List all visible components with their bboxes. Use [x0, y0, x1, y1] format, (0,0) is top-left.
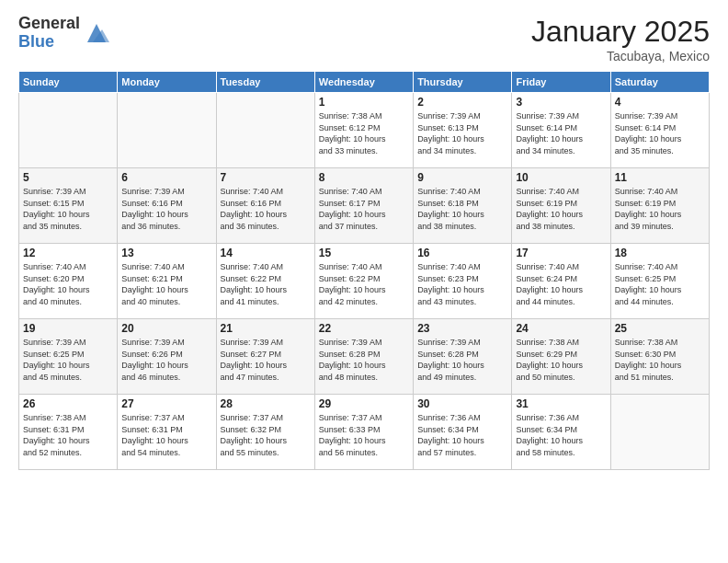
logo: General Blue: [18, 15, 109, 52]
header-row: Sunday Monday Tuesday Wednesday Thursday…: [19, 72, 710, 93]
table-row: 12Sunrise: 7:40 AM Sunset: 6:20 PM Dayli…: [19, 244, 118, 319]
table-row: 15Sunrise: 7:40 AM Sunset: 6:22 PM Dayli…: [314, 244, 413, 319]
col-sunday: Sunday: [19, 72, 118, 93]
day-number: 26: [23, 397, 113, 410]
day-info: Sunrise: 7:39 AM Sunset: 6:25 PM Dayligh…: [23, 337, 113, 383]
table-row: 17Sunrise: 7:40 AM Sunset: 6:24 PM Dayli…: [512, 244, 610, 319]
day-number: 6: [121, 171, 211, 184]
col-saturday: Saturday: [610, 72, 709, 93]
day-info: Sunrise: 7:37 AM Sunset: 6:33 PM Dayligh…: [319, 412, 409, 458]
day-info: Sunrise: 7:40 AM Sunset: 6:22 PM Dayligh…: [221, 261, 311, 307]
day-number: 27: [121, 397, 211, 410]
day-info: Sunrise: 7:40 AM Sunset: 6:25 PM Dayligh…: [615, 261, 705, 307]
table-row: 18Sunrise: 7:40 AM Sunset: 6:25 PM Dayli…: [610, 244, 709, 319]
day-number: 31: [516, 397, 606, 410]
day-info: Sunrise: 7:38 AM Sunset: 6:12 PM Dayligh…: [319, 110, 409, 156]
day-number: 4: [615, 96, 705, 109]
calendar-week-row: 19Sunrise: 7:39 AM Sunset: 6:25 PM Dayli…: [19, 319, 710, 395]
day-info: Sunrise: 7:40 AM Sunset: 6:18 PM Dayligh…: [417, 186, 507, 232]
table-row: 4Sunrise: 7:39 AM Sunset: 6:14 PM Daylig…: [610, 93, 709, 168]
table-row: 3Sunrise: 7:39 AM Sunset: 6:14 PM Daylig…: [512, 93, 610, 168]
day-info: Sunrise: 7:39 AM Sunset: 6:28 PM Dayligh…: [319, 337, 409, 383]
table-row: 8Sunrise: 7:40 AM Sunset: 6:17 PM Daylig…: [314, 168, 413, 244]
table-row: 16Sunrise: 7:40 AM Sunset: 6:23 PM Dayli…: [414, 244, 512, 319]
calendar-subtitle: Tacubaya, Mexico: [531, 49, 710, 63]
day-number: 13: [121, 247, 211, 259]
day-info: Sunrise: 7:39 AM Sunset: 6:13 PM Dayligh…: [417, 110, 507, 156]
table-row: 21Sunrise: 7:39 AM Sunset: 6:27 PM Dayli…: [216, 319, 314, 395]
table-row: 31Sunrise: 7:36 AM Sunset: 6:34 PM Dayli…: [512, 395, 610, 470]
day-number: 7: [221, 171, 311, 184]
table-row: 5Sunrise: 7:39 AM Sunset: 6:15 PM Daylig…: [19, 168, 118, 244]
col-friday: Friday: [512, 72, 610, 93]
title-block: January 2025 Tacubaya, Mexico: [531, 15, 710, 63]
day-number: 3: [516, 96, 606, 109]
col-monday: Monday: [118, 72, 216, 93]
day-number: 28: [221, 397, 311, 410]
day-info: Sunrise: 7:39 AM Sunset: 6:14 PM Dayligh…: [615, 110, 705, 156]
day-number: 5: [23, 171, 113, 184]
table-row: 1Sunrise: 7:38 AM Sunset: 6:12 PM Daylig…: [314, 93, 413, 168]
logo-general: General: [18, 15, 80, 33]
table-row: 6Sunrise: 7:39 AM Sunset: 6:16 PM Daylig…: [118, 168, 216, 244]
day-info: Sunrise: 7:40 AM Sunset: 6:19 PM Dayligh…: [516, 186, 606, 232]
day-number: 17: [516, 247, 606, 259]
table-row: [19, 93, 118, 168]
table-row: 26Sunrise: 7:38 AM Sunset: 6:31 PM Dayli…: [19, 395, 118, 470]
day-info: Sunrise: 7:39 AM Sunset: 6:27 PM Dayligh…: [221, 337, 311, 383]
calendar-week-row: 12Sunrise: 7:40 AM Sunset: 6:20 PM Dayli…: [19, 244, 710, 319]
col-wednesday: Wednesday: [314, 72, 413, 93]
table-row: 29Sunrise: 7:37 AM Sunset: 6:33 PM Dayli…: [314, 395, 413, 470]
table-row: 10Sunrise: 7:40 AM Sunset: 6:19 PM Dayli…: [512, 168, 610, 244]
day-info: Sunrise: 7:40 AM Sunset: 6:22 PM Dayligh…: [319, 261, 409, 307]
day-info: Sunrise: 7:39 AM Sunset: 6:14 PM Dayligh…: [516, 110, 606, 156]
day-info: Sunrise: 7:40 AM Sunset: 6:17 PM Dayligh…: [319, 186, 409, 232]
day-number: 9: [417, 171, 507, 184]
table-row: 27Sunrise: 7:37 AM Sunset: 6:31 PM Dayli…: [118, 395, 216, 470]
day-info: Sunrise: 7:40 AM Sunset: 6:19 PM Dayligh…: [615, 186, 705, 232]
table-row: 23Sunrise: 7:39 AM Sunset: 6:28 PM Dayli…: [414, 319, 512, 395]
day-number: 20: [121, 322, 211, 335]
day-number: 12: [23, 247, 113, 259]
header: General Blue January 2025 Tacubaya, Mexi…: [18, 15, 710, 63]
table-row: 28Sunrise: 7:37 AM Sunset: 6:32 PM Dayli…: [216, 395, 314, 470]
calendar-week-row: 1Sunrise: 7:38 AM Sunset: 6:12 PM Daylig…: [19, 93, 710, 168]
day-number: 1: [319, 96, 409, 109]
day-info: Sunrise: 7:38 AM Sunset: 6:29 PM Dayligh…: [516, 337, 606, 383]
table-row: [118, 93, 216, 168]
day-number: 21: [221, 322, 311, 335]
day-info: Sunrise: 7:40 AM Sunset: 6:24 PM Dayligh…: [516, 261, 606, 307]
day-number: 10: [516, 171, 606, 184]
day-info: Sunrise: 7:40 AM Sunset: 6:21 PM Dayligh…: [121, 261, 211, 307]
calendar-week-row: 5Sunrise: 7:39 AM Sunset: 6:15 PM Daylig…: [19, 168, 710, 244]
day-number: 25: [615, 322, 705, 335]
col-thursday: Thursday: [414, 72, 512, 93]
day-info: Sunrise: 7:38 AM Sunset: 6:31 PM Dayligh…: [23, 412, 113, 458]
calendar-title: January 2025: [531, 15, 710, 49]
table-row: 25Sunrise: 7:38 AM Sunset: 6:30 PM Dayli…: [610, 319, 709, 395]
day-info: Sunrise: 7:39 AM Sunset: 6:28 PM Dayligh…: [417, 337, 507, 383]
table-row: [610, 395, 709, 470]
table-row: 22Sunrise: 7:39 AM Sunset: 6:28 PM Dayli…: [314, 319, 413, 395]
day-number: 2: [417, 96, 507, 109]
table-row: 9Sunrise: 7:40 AM Sunset: 6:18 PM Daylig…: [414, 168, 512, 244]
table-row: 7Sunrise: 7:40 AM Sunset: 6:16 PM Daylig…: [216, 168, 314, 244]
day-info: Sunrise: 7:36 AM Sunset: 6:34 PM Dayligh…: [516, 412, 606, 458]
day-info: Sunrise: 7:40 AM Sunset: 6:23 PM Dayligh…: [417, 261, 507, 307]
table-row: 13Sunrise: 7:40 AM Sunset: 6:21 PM Dayli…: [118, 244, 216, 319]
day-info: Sunrise: 7:37 AM Sunset: 6:32 PM Dayligh…: [221, 412, 311, 458]
day-number: 8: [319, 171, 409, 184]
day-number: 14: [221, 247, 311, 259]
day-number: 16: [417, 247, 507, 259]
table-row: 20Sunrise: 7:39 AM Sunset: 6:26 PM Dayli…: [118, 319, 216, 395]
table-row: 19Sunrise: 7:39 AM Sunset: 6:25 PM Dayli…: [19, 319, 118, 395]
table-row: [216, 93, 314, 168]
day-number: 29: [319, 397, 409, 410]
col-tuesday: Tuesday: [216, 72, 314, 93]
day-number: 11: [615, 171, 705, 184]
day-info: Sunrise: 7:39 AM Sunset: 6:26 PM Dayligh…: [121, 337, 211, 383]
day-number: 30: [417, 397, 507, 410]
day-info: Sunrise: 7:39 AM Sunset: 6:15 PM Dayligh…: [23, 186, 113, 232]
day-info: Sunrise: 7:40 AM Sunset: 6:16 PM Dayligh…: [221, 186, 311, 232]
page: General Blue January 2025 Tacubaya, Mexi…: [0, 0, 728, 563]
